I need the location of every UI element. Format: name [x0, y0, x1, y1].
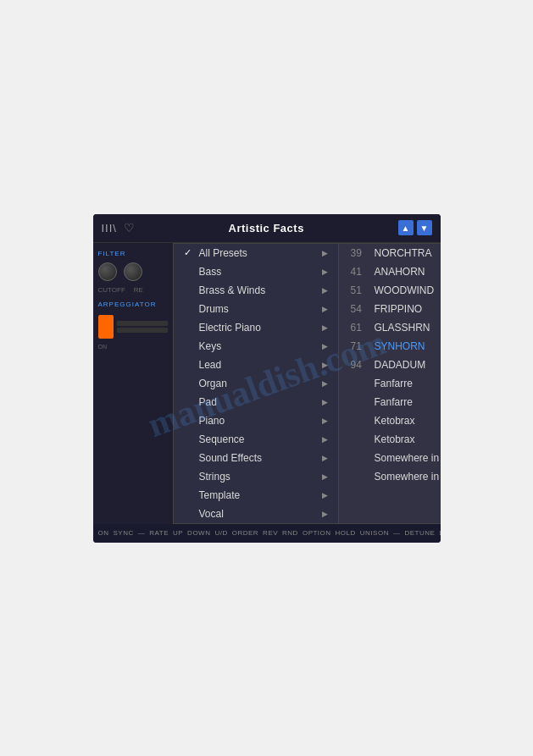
submenu-arrow-icon: ▶: [322, 379, 328, 388]
preset-number: 51: [351, 284, 369, 296]
category-label: All Presets: [199, 247, 322, 259]
filter-knobs: [98, 262, 168, 281]
preset-item-dadadum[interactable]: 94 DADADUM: [339, 356, 441, 374]
plugin-container: III\ ♡ Artistic Facts ▲ ▼ FILTER CUTOFF …: [93, 214, 441, 543]
preset-item-somewhere2[interactable]: Somewhere in Paris: [339, 467, 441, 486]
left-panel: FILTER CUTOFF RE ARPEGGIATOR ON: [93, 243, 173, 524]
category-label: Sequence: [199, 433, 322, 445]
next-preset-button[interactable]: ▼: [417, 220, 432, 235]
category-label: Drums: [199, 303, 322, 315]
submenu-arrow-icon: ▶: [322, 435, 328, 444]
prev-preset-button[interactable]: ▲: [398, 220, 414, 235]
bottom-strip-label: ON: [98, 529, 109, 537]
preset-number: 39: [351, 247, 369, 259]
dropdown-menu: ✓ All Presets ▶ Bass ▶ Brass & Winds ▶ D…: [173, 243, 441, 524]
bottom-strip-label: UNISON: [360, 529, 389, 537]
preset-item-ketobrax2[interactable]: Ketobrax: [339, 430, 441, 449]
arp-button[interactable]: [98, 315, 114, 339]
submenu-arrow-icon: ▶: [322, 342, 328, 350]
preset-item-ketobrax1[interactable]: Ketobrax: [339, 411, 441, 430]
filter-label: FILTER: [98, 250, 168, 257]
category-item-bass[interactable]: Bass ▶: [174, 262, 338, 281]
submenu-arrow-icon: ▶: [322, 417, 328, 425]
preset-name: SYNHORN: [375, 340, 425, 352]
preset-name: ANAHORN: [375, 266, 425, 278]
check-icon: ✓: [184, 247, 194, 258]
category-item-organ[interactable]: Organ ▶: [174, 374, 338, 393]
bottom-strip-label: —: [138, 529, 146, 537]
preset-item-norchtra[interactable]: 39 NORCHTRA: [339, 244, 441, 262]
preset-name: NORCHTRA: [375, 247, 432, 259]
category-item-lead[interactable]: Lead ▶: [174, 356, 338, 374]
preset-item-somewhere1[interactable]: Somewhere in Paris: [339, 449, 441, 467]
submenu-arrow-icon: ▶: [322, 472, 328, 481]
category-label: Lead: [199, 359, 322, 371]
bottom-strip-label: REV: [263, 529, 278, 537]
preset-name: Fanfarre: [375, 396, 413, 408]
category-item-drums[interactable]: Drums ▶: [174, 300, 338, 318]
bottom-strip-label: OPTION: [303, 529, 331, 537]
submenu-arrow-icon: ▶: [322, 268, 328, 276]
favorite-icon[interactable]: ♡: [124, 221, 135, 235]
preset-name: DADADUM: [375, 359, 426, 371]
preset-number: 41: [351, 266, 369, 278]
category-item-sequence[interactable]: Sequence ▶: [174, 430, 338, 449]
category-item-electric-piano[interactable]: Electric Piano ▶: [174, 318, 338, 337]
category-label: Template: [199, 489, 322, 501]
preset-item-fanfarre2[interactable]: Fanfarre: [339, 393, 441, 411]
category-item-pad[interactable]: Pad ▶: [174, 393, 338, 411]
category-item-strings[interactable]: Strings ▶: [174, 467, 338, 486]
preset-item-frippino[interactable]: 54 FRIPPINO: [339, 300, 441, 318]
preset-item-woodwind[interactable]: 51 WOODWIND: [339, 281, 441, 300]
preset-name: Fanfarre: [375, 378, 413, 389]
submenu-arrow-icon: ▶: [322, 398, 328, 406]
category-list: ✓ All Presets ▶ Bass ▶ Brass & Winds ▶ D…: [174, 244, 339, 523]
cutoff-knob[interactable]: [98, 262, 117, 281]
category-item-brass-winds[interactable]: Brass & Winds ▶: [174, 281, 338, 300]
preset-name: Ketobrax: [375, 415, 415, 427]
resonance-knob[interactable]: [124, 262, 142, 281]
category-label: Keys: [199, 340, 322, 352]
category-label: Sound Effects: [199, 452, 322, 464]
category-item-template[interactable]: Template ▶: [174, 486, 338, 505]
preset-name: WOODWIND: [375, 284, 435, 296]
preset-number: 71: [351, 340, 369, 352]
submenu-arrow-icon: ▶: [322, 361, 328, 369]
cutoff-label: CUTOFF: [98, 286, 125, 294]
category-label: Piano: [199, 415, 322, 427]
preset-navigation: ▲ ▼: [398, 220, 432, 235]
preset-item-glasshrn[interactable]: 61 GLASSHRN: [339, 318, 441, 337]
bottom-strip-label: LE: [439, 529, 440, 537]
submenu-arrow-icon: ▶: [322, 491, 328, 499]
bottom-strip-label: RND: [282, 529, 298, 537]
submenu-arrow-icon: ▶: [322, 305, 328, 313]
bottom-strip-label: UP: [173, 529, 183, 537]
preset-number: 94: [351, 359, 369, 371]
category-item-all-presets[interactable]: ✓ All Presets ▶: [174, 244, 338, 262]
preset-item-synhorn[interactable]: 71 SYNHORN: [339, 337, 441, 356]
category-label: Pad: [199, 396, 322, 408]
preset-number: 61: [351, 322, 369, 334]
submenu-arrow-icon: ▶: [322, 286, 328, 295]
category-label: Strings: [199, 471, 322, 483]
category-label: Vocal: [199, 508, 322, 520]
preset-number: 54: [351, 303, 369, 315]
bottom-strip-label: ORDER: [232, 529, 258, 537]
bottom-strip-label: DETUNE: [404, 529, 435, 537]
category-item-piano[interactable]: Piano ▶: [174, 411, 338, 430]
top-bar: III\ ♡ Artistic Facts ▲ ▼: [93, 214, 441, 243]
preset-name: Somewhere in Paris: [375, 471, 441, 483]
category-item-vocal[interactable]: Vocal ▶: [174, 505, 338, 523]
category-label: Electric Piano: [199, 322, 322, 334]
preset-name: GLASSHRN: [375, 322, 430, 334]
preset-item-anahorn[interactable]: 41 ANAHORN: [339, 262, 441, 281]
category-label: Organ: [199, 378, 322, 389]
category-item-sound-effects[interactable]: Sound Effects ▶: [174, 449, 338, 467]
bottom-strip: ONSYNC—RATEUPDOWNU/DORDERREVRNDOPTIONHOL…: [93, 524, 441, 543]
category-item-keys[interactable]: Keys ▶: [174, 337, 338, 356]
preset-name: Somewhere in Paris: [375, 452, 441, 464]
category-label: Brass & Winds: [199, 284, 322, 296]
preset-name: Ketobrax: [375, 433, 415, 445]
main-area: FILTER CUTOFF RE ARPEGGIATOR ON: [93, 243, 441, 524]
preset-item-fanfarre1[interactable]: Fanfarre: [339, 374, 441, 393]
